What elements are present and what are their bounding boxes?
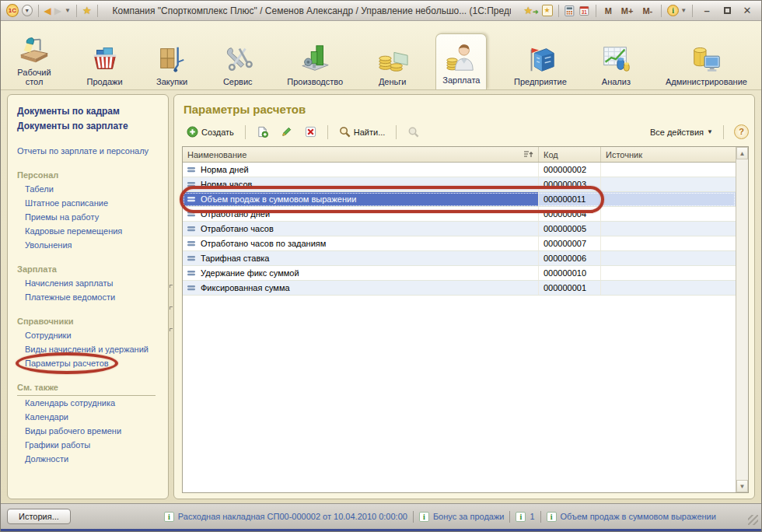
vertical-scrollbar[interactable]: ▲ ▼: [736, 147, 748, 492]
memory-m-plus-button[interactable]: M+: [618, 6, 637, 16]
salary-icon: [445, 41, 477, 74]
cell-name: Удержание фикс суммой: [183, 266, 539, 280]
table-row[interactable]: Отработано часов000000005: [183, 222, 736, 236]
info-icon: i: [419, 512, 429, 522]
column-header-code[interactable]: Код: [539, 147, 601, 162]
sidebar-nav: Документы по кадрамДокументы по зарплате…: [7, 94, 169, 499]
table-rows: Норма дней000000002Норма часов000000003О…: [183, 163, 736, 492]
add-to-favorites-icon[interactable]: ★➜: [523, 5, 538, 16]
status-item[interactable]: iРасходная накладная СП00-000002 от 10.0…: [164, 512, 407, 522]
calculator-icon[interactable]: [564, 5, 575, 17]
cell-code: 000000007: [539, 236, 601, 250]
tab-money[interactable]: Деньги: [370, 40, 415, 89]
find-button[interactable]: Найти...: [334, 124, 390, 140]
close-icon[interactable]: ✕: [739, 5, 756, 16]
tab-salary[interactable]: Зарплата: [435, 33, 487, 89]
sidebar-item[interactable]: Штатное расписание: [25, 196, 163, 210]
minimize-icon[interactable]: –: [698, 5, 715, 16]
tab-bar: Рабочий столПродажиЗакупкиСервисПроизвод…: [1, 21, 761, 89]
scroll-up-icon[interactable]: ▲: [736, 147, 748, 159]
table-row[interactable]: Тарифная ставка000000006: [183, 251, 736, 266]
create-button[interactable]: Создать: [182, 124, 239, 140]
sidebar-bold-link[interactable]: Документы по кадрам: [17, 104, 163, 119]
history-dropdown-icon[interactable]: ▼: [65, 7, 71, 14]
back-icon[interactable]: ◀: [44, 6, 51, 16]
tab-analysis[interactable]: Анализ: [593, 40, 638, 89]
sidebar-item[interactable]: Начисления зарплаты: [25, 276, 163, 290]
sidebar-item[interactable]: Приемы на работу: [25, 210, 163, 224]
help-button[interactable]: ?: [734, 124, 749, 139]
delete-button[interactable]: [300, 124, 321, 140]
admin-icon: [690, 43, 722, 75]
sidebar-link[interactable]: Отчеты по зарплате и персоналу: [17, 144, 163, 158]
column-header-name[interactable]: Наименование: [183, 147, 539, 162]
tab-production[interactable]: Производство: [281, 40, 349, 89]
sidebar-item[interactable]: Должности: [25, 452, 163, 466]
sidebar-item[interactable]: Табели: [25, 182, 163, 196]
purchases-icon: [156, 43, 188, 75]
favorites-panel-icon[interactable]: ★: [542, 5, 553, 16]
all-actions-button[interactable]: Все действия▼: [650, 128, 713, 137]
table-row[interactable]: Объем продаж в суммовом выражении0000000…: [183, 192, 736, 207]
history-button[interactable]: История...: [7, 509, 71, 524]
parameter-marker-icon: [187, 195, 196, 203]
tab-purchases[interactable]: Закупки: [149, 40, 194, 89]
sidebar-group-title: См. также: [17, 380, 156, 396]
sidebar-item[interactable]: Увольнения: [25, 238, 163, 252]
tab-enterprise[interactable]: Предприятие: [508, 40, 573, 89]
sidebar-item[interactable]: Виды начислений и удержаний: [25, 342, 163, 356]
favorites-star-icon[interactable]: ★: [82, 5, 92, 16]
cell-code: 000000005: [539, 222, 601, 236]
main-menu-dropdown-icon[interactable]: ▼: [22, 5, 33, 16]
sidebar-bold-link[interactable]: Документы по зарплате: [17, 119, 163, 134]
tab-desktop[interactable]: Рабочий стол: [9, 31, 60, 89]
sidebar-group-title: Персонал: [17, 168, 163, 182]
workspace: Документы по кадрамДокументы по зарплате…: [1, 90, 761, 503]
column-header-source[interactable]: Источник: [601, 147, 736, 162]
divider: [558, 5, 559, 17]
sidebar-item[interactable]: Виды рабочего времени: [25, 424, 163, 438]
parameter-marker-icon: [187, 284, 196, 292]
sidebar-item[interactable]: Календарь сотрудника: [25, 396, 163, 410]
sidebar-item-parametry-raschetov[interactable]: Параметры расчетов: [25, 356, 163, 370]
info-icon: i: [667, 5, 679, 16]
table-row[interactable]: Удержание фикс суммой000000010: [183, 266, 736, 281]
tab-sales[interactable]: Продажи: [81, 40, 129, 89]
tab-service[interactable]: Сервис: [215, 40, 260, 89]
sidebar-item[interactable]: Календари: [25, 410, 163, 424]
sidebar-item[interactable]: Графики работы: [25, 438, 163, 452]
cancel-search-button[interactable]: [403, 124, 424, 140]
sidebar-item[interactable]: Сотрудники: [25, 328, 163, 342]
cell-name: Норма дней: [183, 163, 539, 177]
sidebar-item[interactable]: Кадровые перемещения: [25, 224, 163, 238]
cell-name: Отработано часов по заданиям: [183, 236, 539, 250]
divider: [692, 5, 693, 17]
panel-splitter[interactable]: [170, 285, 173, 331]
status-item[interactable]: iОбъем продаж в суммовом выражении: [547, 512, 716, 522]
sidebar-item[interactable]: Платежные ведомости: [25, 290, 163, 304]
table-row[interactable]: Отработано часов по заданиям000000007: [183, 236, 736, 251]
service-icon: [222, 43, 254, 75]
cell-code: 000000010: [539, 266, 601, 280]
tab-admin[interactable]: Администрирование: [659, 40, 753, 89]
table-row[interactable]: Фиксированная сумма000000001: [183, 281, 736, 296]
edit-button[interactable]: [276, 124, 297, 140]
cell-source: [601, 177, 736, 191]
resize-grip-icon[interactable]: [748, 515, 758, 525]
forward-icon[interactable]: ▶: [54, 6, 61, 16]
memory-m-button[interactable]: M: [602, 6, 615, 16]
memory-m-minus-button[interactable]: M-: [639, 6, 655, 16]
table-row[interactable]: Норма часов000000003: [183, 177, 736, 192]
calendar-icon[interactable]: 31: [578, 5, 590, 17]
table-row[interactable]: Отработано дней000000004: [183, 207, 736, 222]
table-row[interactable]: Норма дней000000002: [183, 163, 736, 177]
scroll-down-icon[interactable]: ▼: [736, 480, 748, 492]
copy-button[interactable]: [252, 124, 273, 140]
info-menu-button[interactable]: i▼: [667, 5, 687, 16]
status-item[interactable]: i1: [516, 512, 534, 522]
status-item[interactable]: iБонус за продажи: [419, 512, 505, 522]
cell-source: [601, 281, 736, 295]
plus-circle-icon: [187, 126, 198, 138]
maximize-icon[interactable]: [718, 5, 736, 16]
table-main: Наименование Код Источник Норма дней0000…: [183, 147, 736, 492]
